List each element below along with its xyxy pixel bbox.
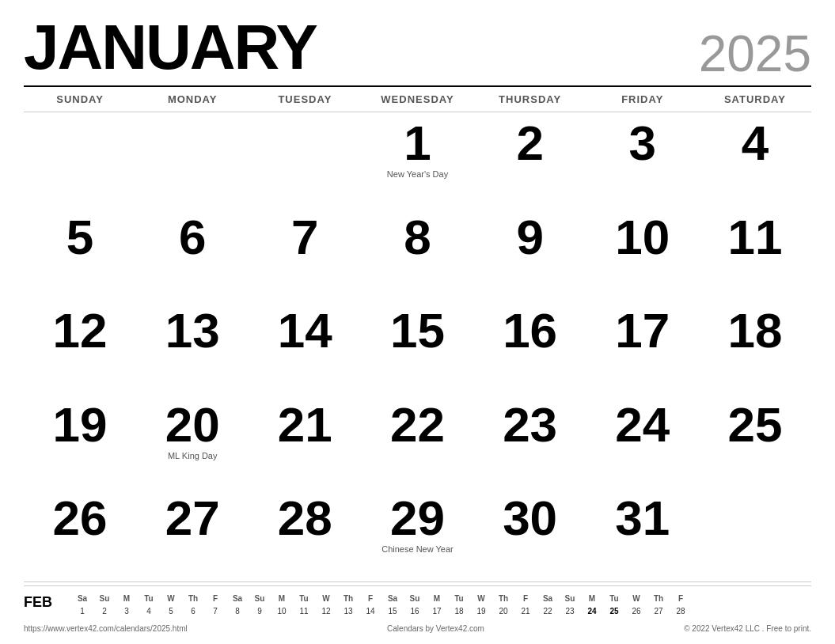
day-header-cell: SATURDAY — [699, 90, 811, 108]
mini-day: 24 — [581, 605, 603, 618]
mini-day-header: Tu — [603, 593, 625, 605]
mini-day: 28 — [670, 605, 692, 618]
mini-day: 8 — [226, 605, 249, 618]
calendar-cell: 5 — [24, 206, 136, 301]
mini-day: 19 — [470, 605, 492, 618]
calendar-cell: 23 — [474, 394, 586, 488]
mini-day: 10 — [271, 605, 293, 618]
footer: https://www.vertex42.com/calendars/2025.… — [24, 621, 811, 636]
day-number: 11 — [727, 213, 782, 262]
calendar-cell: 13 — [136, 300, 249, 394]
mini-day-header: Sa — [226, 593, 249, 605]
mini-day-header: W — [160, 593, 182, 605]
day-number: 1 — [404, 119, 431, 168]
day-number: 30 — [503, 494, 557, 543]
day-header-cell: FRIDAY — [586, 90, 699, 108]
calendar-cell: 14 — [249, 300, 361, 394]
day-number: 29 — [390, 494, 445, 543]
footer-center: Calendars by Vertex42.com — [387, 624, 484, 633]
calendar-cell: 12 — [24, 300, 136, 394]
mini-day: 27 — [647, 605, 670, 618]
mini-day-header: Sa — [71, 593, 93, 605]
calendar-cell: 17 — [586, 300, 699, 394]
calendar-cell: 6 — [136, 206, 249, 301]
calendar-cell: 26 — [24, 487, 136, 581]
mini-day-header: F — [204, 593, 226, 605]
calendar-cell: 28 — [249, 487, 361, 581]
mini-day-header: Su — [559, 593, 581, 605]
footer-right: © 2022 Vertex42 LLC . Free to print. — [684, 624, 811, 633]
mini-day: 25 — [603, 605, 625, 618]
calendar-cell: 11 — [699, 206, 811, 301]
calendar-cell: 2 — [474, 112, 586, 206]
calendar-cell — [24, 112, 136, 206]
calendar-cell: 7 — [249, 206, 361, 301]
day-number: 9 — [516, 213, 543, 262]
day-header-cell: TUESDAY — [249, 90, 361, 108]
calendar-cell: 21 — [249, 394, 361, 488]
mini-day: 26 — [625, 605, 647, 618]
day-number: 6 — [179, 213, 206, 262]
day-number: 3 — [629, 119, 656, 168]
day-number: 25 — [727, 400, 782, 449]
mini-day-header: Tu — [293, 593, 315, 605]
day-number: 27 — [165, 494, 220, 543]
mini-day-header: Th — [492, 593, 514, 605]
calendar-cell: 19 — [24, 394, 136, 488]
day-number: 5 — [66, 213, 93, 262]
mini-day: 22 — [537, 605, 559, 618]
day-header-cell: THURSDAY — [474, 90, 586, 108]
day-number: 10 — [615, 213, 670, 262]
holiday-label: ML King Day — [168, 451, 218, 461]
day-number: 31 — [615, 494, 670, 543]
mini-day: 15 — [381, 605, 404, 618]
mini-day-header: F — [359, 593, 381, 605]
calendar-cell — [249, 112, 361, 206]
mini-day: 14 — [359, 605, 381, 618]
calendar-cell: 20ML King Day — [136, 394, 249, 488]
holiday-label: Chinese New Year — [381, 544, 454, 555]
days-header: SUNDAYMONDAYTUESDAYWEDNESDAYTHURSDAYFRID… — [24, 85, 811, 112]
mini-day-header: M — [581, 593, 603, 605]
mini-day-header: M — [271, 593, 293, 605]
mini-day-header: Su — [404, 593, 426, 605]
mini-day-header: F — [670, 593, 692, 605]
day-number: 8 — [404, 213, 431, 262]
day-number: 2 — [516, 119, 543, 168]
day-number: 16 — [503, 306, 557, 355]
mini-day: 18 — [448, 605, 470, 618]
calendar-cell — [136, 112, 249, 206]
mini-day: 11 — [293, 605, 315, 618]
day-number: 18 — [727, 306, 782, 355]
mini-day-header: Sa — [537, 593, 559, 605]
mini-day-header: Sa — [381, 593, 404, 605]
day-number: 14 — [278, 306, 332, 355]
mini-day: 17 — [426, 605, 448, 618]
calendar-cell: 30 — [474, 487, 586, 581]
mini-day-header: W — [470, 593, 492, 605]
mini-day-header: Th — [337, 593, 359, 605]
calendar-cell: 27 — [136, 487, 249, 581]
mini-day-header: Tu — [138, 593, 160, 605]
mini-day-header: Th — [647, 593, 670, 605]
mini-day: 7 — [204, 605, 226, 618]
month-title: JANUARY — [24, 16, 317, 79]
day-number: 20 — [165, 400, 220, 449]
mini-day-header: Th — [182, 593, 204, 605]
calendar-cell — [699, 487, 811, 581]
mini-day: 12 — [315, 605, 337, 618]
day-number: 4 — [742, 119, 769, 168]
calendar-cell: 18 — [699, 300, 811, 394]
mini-day: 5 — [160, 605, 182, 618]
mini-day: 3 — [116, 605, 138, 618]
day-number: 22 — [390, 400, 445, 449]
calendar-cell: 10 — [586, 206, 699, 301]
calendar-cell: 24 — [586, 394, 699, 488]
day-number: 26 — [53, 494, 108, 543]
mini-section: FEB SaSuMTuWThFSaSuMTuWThFSaSuMTuWThFSaS… — [24, 585, 811, 621]
mini-table-wrapper: SaSuMTuWThFSaSuMTuWThFSaSuMTuWThFSaSuMTu… — [71, 593, 811, 618]
day-header-cell: WEDNESDAY — [361, 90, 473, 108]
calendar-cell: 9 — [474, 206, 586, 301]
mini-day-header: Tu — [448, 593, 470, 605]
day-number: 23 — [503, 400, 557, 449]
